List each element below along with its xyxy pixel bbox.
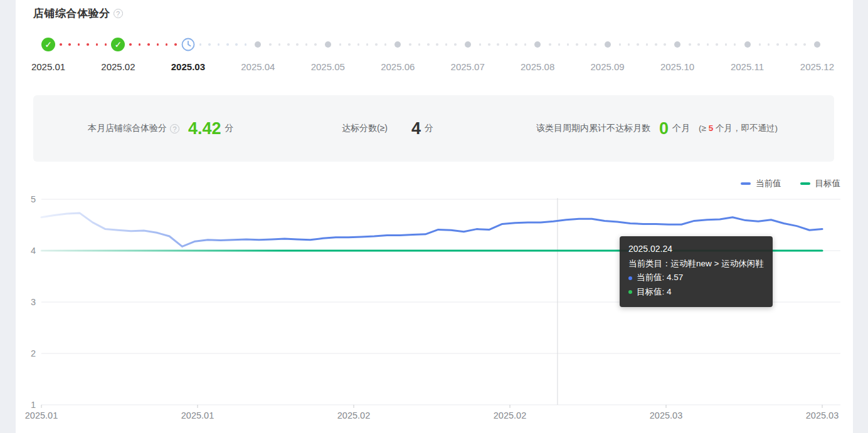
legend-swatch-icon bbox=[800, 182, 810, 185]
question-circle-icon[interactable]: ? bbox=[114, 9, 123, 18]
timeline-month-2025.12[interactable]: 2025.12 bbox=[786, 36, 849, 72]
future-dot-icon bbox=[325, 41, 331, 48]
tooltip-date: 2025.02.24 bbox=[628, 242, 764, 257]
timeline-month-label: 2025.08 bbox=[506, 61, 569, 72]
series-dot-icon bbox=[628, 290, 632, 294]
future-dot-icon bbox=[534, 41, 541, 48]
summary-fail-months-note: (≥ 5 个月，即不通过) bbox=[699, 123, 778, 134]
chart-legend: 当前值目标值 bbox=[741, 178, 840, 189]
timeline-month-label: 2025.05 bbox=[297, 61, 359, 72]
timeline-month-label: 2025.12 bbox=[786, 61, 849, 72]
series-dot-icon bbox=[628, 276, 632, 280]
timeline-month-2025.05[interactable]: 2025.05 bbox=[297, 36, 359, 72]
tooltip-series-row: 当前值: 4.57 bbox=[628, 271, 764, 285]
y-axis-tick-label: 3 bbox=[31, 297, 36, 307]
tooltip-series-row: 目标值: 4 bbox=[628, 285, 764, 300]
timeline-month-2025.06[interactable]: 2025.06 bbox=[366, 36, 429, 72]
summary-pass-score-unit: 分 bbox=[425, 123, 433, 134]
summary-pass-score: 达标分数(≥) 4 分 bbox=[342, 95, 433, 162]
summary-current-score-label: 本月店铺综合体验分 ? bbox=[88, 123, 179, 134]
check-circle-icon: ✓ bbox=[41, 38, 55, 51]
timeline-month-label: 2025.04 bbox=[226, 61, 289, 72]
timeline-month-2025.08[interactable]: 2025.08 bbox=[506, 36, 569, 72]
month-timeline: ✓2025.01✓2025.022025.032025.042025.05202… bbox=[16, 36, 853, 80]
timeline-month-2025.01[interactable]: ✓2025.01 bbox=[17, 36, 80, 72]
x-axis-tick-label: 2025.03 bbox=[650, 410, 682, 420]
timeline-month-2025.11[interactable]: 2025.11 bbox=[716, 36, 779, 72]
x-axis-tick-label: 2025.02 bbox=[337, 410, 370, 420]
summary-pass-score-value: 4 bbox=[411, 119, 421, 138]
timeline-month-label: 2025.11 bbox=[716, 61, 779, 72]
timeline-month-2025.03[interactable]: 2025.03 bbox=[157, 36, 220, 72]
timeline-month-label: 2025.02 bbox=[87, 61, 149, 72]
x-axis-tick-label: 2025.01 bbox=[25, 410, 58, 420]
legend-item-目标值[interactable]: 目标值 bbox=[800, 178, 841, 189]
timeline-month-2025.10[interactable]: 2025.10 bbox=[646, 36, 709, 72]
y-axis-tick-label: 4 bbox=[31, 246, 36, 256]
x-axis-tick-label: 2025.03 bbox=[806, 410, 839, 420]
timeline-month-label: 2025.10 bbox=[646, 61, 709, 72]
future-dot-icon bbox=[674, 41, 680, 48]
summary-fail-months-value: 0 bbox=[659, 119, 669, 138]
timeline-month-label: 2025.07 bbox=[437, 61, 499, 72]
summary-current-score-value: 4.42 bbox=[188, 119, 221, 138]
timeline-month-label: 2025.06 bbox=[366, 61, 429, 72]
y-axis-tick-label: 2 bbox=[31, 348, 36, 358]
x-axis-tick-label: 2025.01 bbox=[181, 410, 214, 420]
future-dot-icon bbox=[605, 41, 611, 48]
summary-pass-score-label: 达标分数(≥) bbox=[342, 123, 388, 134]
legend-label: 当前值 bbox=[756, 178, 781, 189]
y-axis-tick-label: 5 bbox=[31, 194, 36, 204]
tooltip-category: 当前类目：运动鞋new > 运动休闲鞋 bbox=[628, 257, 764, 271]
timeline-month-2025.07[interactable]: 2025.07 bbox=[437, 36, 499, 72]
future-dot-icon bbox=[465, 41, 471, 48]
future-dot-icon bbox=[394, 41, 401, 48]
future-dot-icon bbox=[255, 41, 261, 48]
summary-fail-months-label: 该类目周期内累计不达标月数 bbox=[536, 123, 650, 134]
legend-swatch-icon bbox=[741, 182, 751, 185]
clock-icon bbox=[181, 38, 195, 51]
chart-tooltip: 2025.02.24 当前类目：运动鞋new > 运动休闲鞋 当前值: 4.57… bbox=[620, 236, 773, 307]
future-dot-icon bbox=[814, 41, 820, 48]
page-title: 店铺综合体验分 bbox=[33, 6, 110, 21]
timeline-month-label: 2025.09 bbox=[576, 61, 639, 72]
summary-band: 本月店铺综合体验分 ? 4.42 分 达标分数(≥) 4 分 该类目周期内累计不… bbox=[33, 95, 834, 162]
score-card: 店铺综合体验分 ? ✓2025.01✓2025.022025.032025.04… bbox=[16, 0, 853, 433]
y-axis-tick-label: 1 bbox=[31, 400, 36, 410]
page-title-row: 店铺综合体验分 ? bbox=[33, 6, 123, 21]
timeline-month-label: 2025.01 bbox=[17, 61, 80, 72]
summary-fail-months-unit: 个月 bbox=[672, 123, 690, 134]
question-circle-icon[interactable]: ? bbox=[170, 124, 179, 133]
future-dot-icon bbox=[744, 41, 751, 48]
score-trend-chart-section: 当前值目标值 123452025.012025.012025.022025.02… bbox=[16, 169, 853, 433]
summary-current-score: 本月店铺综合体验分 ? 4.42 分 bbox=[88, 95, 234, 162]
timeline-month-label: 2025.03 bbox=[157, 61, 220, 72]
summary-current-score-unit: 分 bbox=[225, 123, 234, 134]
summary-fail-months: 该类目周期内累计不达标月数 0 个月 (≥ 5 个月，即不通过) bbox=[536, 95, 778, 162]
timeline-month-2025.09[interactable]: 2025.09 bbox=[576, 36, 639, 72]
summary-current-score-text: 本月店铺综合体验分 bbox=[88, 123, 167, 134]
legend-item-当前值[interactable]: 当前值 bbox=[741, 178, 781, 189]
check-circle-icon: ✓ bbox=[111, 38, 125, 51]
legend-label: 目标值 bbox=[815, 178, 841, 189]
timeline-month-2025.04[interactable]: 2025.04 bbox=[226, 36, 289, 72]
x-axis-tick-label: 2025.02 bbox=[494, 410, 526, 420]
timeline-month-2025.02[interactable]: ✓2025.02 bbox=[87, 36, 149, 72]
